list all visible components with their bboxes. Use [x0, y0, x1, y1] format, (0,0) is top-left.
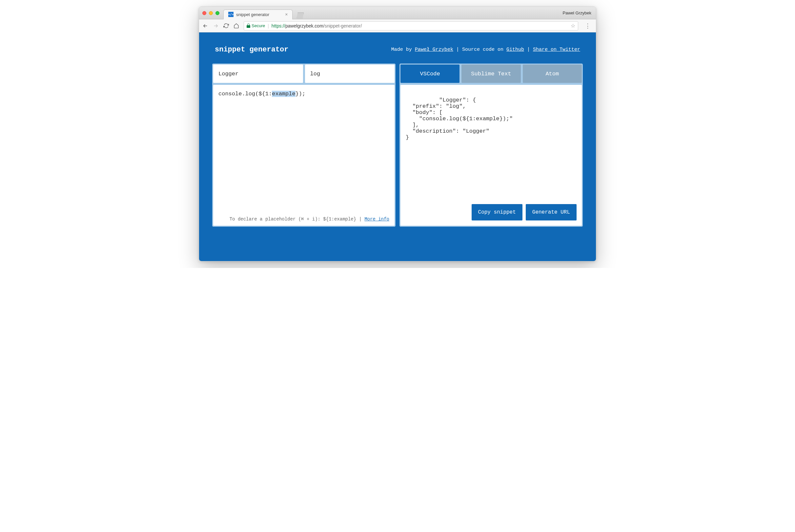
- close-window-icon[interactable]: [202, 11, 206, 15]
- bookmark-star-icon[interactable]: ☆: [571, 23, 575, 29]
- more-info-link[interactable]: More info: [364, 216, 389, 222]
- header-links: Made by Paweł Grzybek | Source code on G…: [391, 47, 580, 52]
- secure-label: Secure: [252, 23, 265, 28]
- twitter-share-link[interactable]: Share on Twitter: [533, 47, 580, 52]
- maximize-window-icon[interactable]: [216, 11, 219, 15]
- tab-sublime[interactable]: Sublime Text: [462, 64, 521, 83]
- minimize-window-icon[interactable]: [209, 11, 213, 15]
- forward-icon: [213, 23, 219, 29]
- browser-menu-icon[interactable]: ⋮: [583, 22, 593, 30]
- app-title: snippet generator: [215, 45, 288, 54]
- lock-icon: [247, 24, 250, 28]
- favicon-icon: </>: [228, 12, 234, 17]
- text-selection: example: [272, 91, 295, 97]
- tab-title: snippet generator: [236, 12, 269, 17]
- tab-close-icon[interactable]: ×: [285, 12, 288, 17]
- page-content: snippet generator Made by Paweł Grzybek …: [199, 33, 596, 261]
- tab-atom[interactable]: Atom: [523, 64, 582, 83]
- output-panel: VSCode Sublime Text Atom "Logger": { "pr…: [399, 63, 583, 227]
- panels: console.log(${1:example}); To declare a …: [199, 63, 596, 240]
- app-header: snippet generator Made by Paweł Grzybek …: [199, 33, 596, 63]
- placeholder-hint: To declare a placeholder (⌘ + i): ${1:ex…: [230, 216, 389, 222]
- trigger-input[interactable]: [305, 64, 395, 83]
- url-text: https://pawelgrzybek.com/snippet-generat…: [272, 23, 362, 28]
- tab-vscode[interactable]: VSCode: [400, 64, 459, 83]
- browser-tab[interactable]: </> snippet generator ×: [223, 10, 292, 19]
- generate-url-button[interactable]: Generate URL: [526, 204, 577, 221]
- omnibox[interactable]: Secure | https://pawelgrzybek.com/snippe…: [244, 21, 578, 31]
- snippet-body-input[interactable]: console.log(${1:example});: [213, 85, 395, 226]
- browser-window: </> snippet generator × Pawel Grzybek: [199, 6, 596, 261]
- github-link[interactable]: Github: [506, 47, 524, 52]
- reload-icon[interactable]: [223, 23, 229, 29]
- copy-snippet-button[interactable]: Copy snippet: [472, 204, 522, 221]
- browser-toolbar: Secure | https://pawelgrzybek.com/snippe…: [199, 19, 596, 33]
- secure-indicator[interactable]: Secure: [247, 23, 265, 28]
- author-link[interactable]: Paweł Grzybek: [415, 47, 453, 52]
- input-panel: console.log(${1:example}); To declare a …: [212, 63, 396, 227]
- home-icon[interactable]: [234, 23, 239, 29]
- profile-name[interactable]: Pawel Grzybek: [563, 11, 591, 15]
- output-code[interactable]: "Logger": { "prefix": "log", "body": [ "…: [400, 85, 582, 226]
- back-icon[interactable]: [202, 23, 208, 29]
- nav-icons: [202, 23, 239, 29]
- traffic-lights: [202, 11, 219, 15]
- new-tab-button[interactable]: [296, 13, 304, 18]
- description-input[interactable]: [213, 64, 303, 83]
- window-titlebar: </> snippet generator × Pawel Grzybek: [199, 7, 596, 19]
